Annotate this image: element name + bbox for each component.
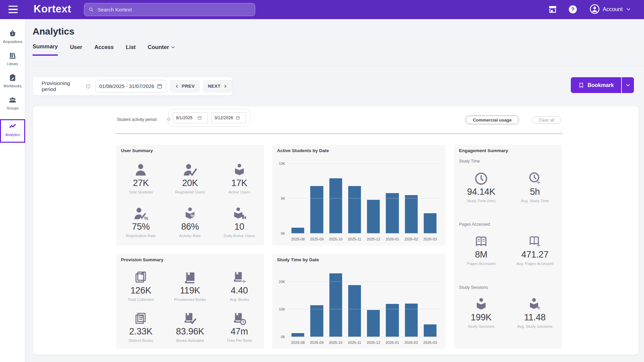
reader-chart-icon: [232, 206, 247, 221]
bar[interactable]: [424, 324, 436, 337]
kpi-daily-active-users: 10 Daily Active Users: [215, 200, 264, 243]
x-tick-label: 2025-09: [307, 237, 326, 242]
provisioning-period-label: Provisioning period: [42, 80, 83, 92]
tab-list[interactable]: List: [126, 43, 136, 56]
bar-column: [364, 160, 383, 233]
activity-end-input[interactable]: [212, 116, 236, 120]
account-label: Account: [603, 6, 623, 12]
provisioning-date-value: 01/08/2025 - 31/07/2026: [99, 83, 154, 89]
chart-plot-area: 0K5K10K: [288, 160, 440, 233]
bar-column: [421, 269, 440, 337]
kpi-registered-users: 20K Registered Users: [166, 156, 215, 200]
clear-all-button[interactable]: Clear all: [532, 116, 561, 124]
sidebar-item-groups[interactable]: Groups: [0, 94, 25, 115]
x-tick-label: 2025-08: [288, 341, 307, 346]
active-students-chart-card: Active Students by Date 0K5K10K 2025-082…: [272, 145, 446, 245]
bar[interactable]: [348, 186, 361, 233]
section-header-pages-accessed: Pages Accessed: [459, 222, 490, 227]
bar[interactable]: [310, 186, 323, 233]
user-summary-card: User Summary 27K Total Students 20K Regi…: [116, 145, 264, 245]
bar[interactable]: [367, 200, 380, 233]
chevron-down-icon: [171, 45, 175, 49]
bar[interactable]: [405, 304, 418, 337]
kpi-time-per-book: 47m Time Per Book: [215, 306, 264, 347]
bar-column: [421, 160, 440, 233]
tab-user[interactable]: User: [70, 43, 82, 56]
kpi-active-users: 17K Active Users: [215, 156, 264, 200]
reader-icon: [474, 297, 489, 311]
x-tick-label: 2025-12: [364, 341, 383, 346]
activity-end-field[interactable]: [211, 112, 246, 123]
provisioning-date-range[interactable]: 01/08/2025 - 31/07/2026: [95, 80, 167, 93]
section-header-study-sessions: Study Sessions: [459, 285, 488, 290]
user-summary-grid: 27K Total Students 20K Registered Users …: [116, 156, 264, 243]
bar[interactable]: [291, 228, 304, 233]
prev-period-button[interactable]: PREV: [170, 80, 200, 93]
bar[interactable]: [329, 273, 342, 337]
kortext-logo[interactable]: Kortext: [34, 3, 71, 15]
svg-text:÷: ÷: [537, 179, 540, 186]
bar-column: [364, 269, 383, 337]
clock-icon: [474, 171, 489, 186]
document-lines-icon: [133, 311, 148, 325]
sidebar-item-analytics[interactable]: Analytics: [0, 119, 25, 143]
y-tick-label: 10K: [279, 162, 285, 166]
bookmark-dropdown-button[interactable]: [621, 77, 634, 93]
person-check-icon: [183, 162, 197, 177]
x-tick-label: 2026-01: [383, 341, 402, 346]
activity-start-field[interactable]: [173, 112, 208, 123]
calendar-icon[interactable]: [236, 116, 240, 120]
report-canvas: Student activity period Comm: [33, 106, 639, 355]
bar[interactable]: [424, 213, 436, 233]
bar[interactable]: [329, 178, 342, 233]
bar[interactable]: [348, 285, 361, 337]
study-time-chart-card: Study Time by Date 0K10K20K 2025-082025-…: [272, 254, 446, 349]
info-icon[interactable]: [86, 84, 91, 89]
search-input[interactable]: [97, 7, 251, 13]
card-title: Engagement Summary: [459, 148, 508, 153]
svg-text:÷: ÷: [537, 305, 541, 311]
kpi-total-collection: 126K Total Collection: [116, 265, 166, 306]
activity-period-inputs: [168, 109, 250, 127]
bar-column: [402, 160, 421, 233]
person-icon: [133, 162, 148, 177]
bar-column: [383, 160, 402, 233]
chevron-down-icon: [626, 7, 631, 12]
main-content: Analytics Summary User Access List Count…: [25, 19, 644, 362]
sidebar-item-workbooks[interactable]: Workbooks: [0, 72, 25, 92]
provision-summary-card: Provision Summary 126K Total Collection …: [116, 254, 264, 349]
activity-start-input[interactable]: [173, 116, 197, 120]
bookstore-icon[interactable]: [548, 5, 557, 14]
help-icon[interactable]: ?: [568, 5, 578, 14]
bar[interactable]: [310, 305, 323, 337]
kpi-study-sessions: 199K Study Sessions: [454, 297, 508, 328]
sidebar-item-acquisitions[interactable]: Acquisitions: [0, 27, 25, 48]
commercial-usage-button[interactable]: Commercial usage: [465, 116, 519, 124]
tab-summary[interactable]: Summary: [33, 43, 58, 56]
calendar-icon[interactable]: [197, 116, 202, 120]
hamburger-menu-icon[interactable]: [8, 6, 18, 13]
tab-counter[interactable]: Counter: [148, 43, 175, 56]
library-books-icon: [8, 51, 17, 60]
chevron-down-icon: [626, 83, 631, 88]
report-divider: [116, 133, 563, 134]
bookmark-split-button: Bookmark: [571, 77, 634, 93]
x-tick-label: 2025-08: [288, 237, 307, 242]
global-search[interactable]: [84, 3, 255, 16]
account-menu[interactable]: Account: [590, 4, 631, 14]
kpi-avg-pages-accessed: ÷ 471.27 Avg. Pages Accessed: [508, 234, 562, 266]
svg-text:?: ?: [571, 6, 574, 12]
tab-access[interactable]: Access: [94, 43, 114, 56]
activity-period-label: Student activity period: [117, 117, 156, 122]
sidebar-item-library[interactable]: Library: [0, 49, 25, 70]
next-period-button[interactable]: NEXT: [203, 80, 232, 93]
bar[interactable]: [386, 193, 399, 233]
book-icon: [183, 270, 197, 284]
kpi-avg-study-sessions: ÷ 11.48 Avg. Study Sessions: [508, 297, 562, 328]
chevron-right-icon: [223, 84, 227, 88]
bar[interactable]: [367, 310, 380, 337]
bookmark-button[interactable]: Bookmark: [571, 77, 621, 93]
svg-text:%: %: [144, 216, 148, 221]
bar[interactable]: [405, 195, 418, 233]
gridline: [288, 281, 440, 282]
